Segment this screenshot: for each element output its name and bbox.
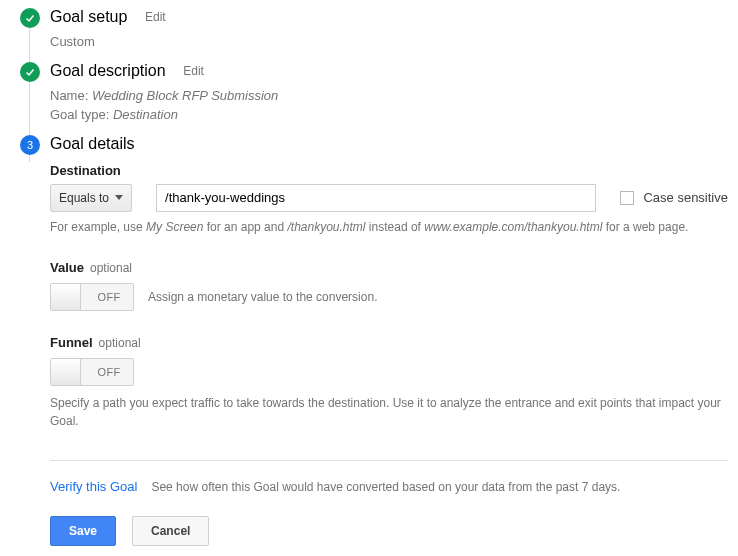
step-setup-sub: Custom	[50, 32, 728, 52]
funnel-toggle[interactable]: OFF	[50, 358, 134, 386]
step-number: 3	[27, 139, 33, 151]
chevron-down-icon	[115, 195, 123, 200]
edit-goal-setup[interactable]: Edit	[145, 10, 166, 24]
case-sensitive-checkbox[interactable]	[620, 191, 634, 205]
type-label: Goal type:	[50, 107, 109, 122]
value-toggle-state: OFF	[85, 284, 133, 310]
save-button[interactable]: Save	[50, 516, 116, 546]
step-setup-title: Goal setup	[50, 8, 127, 26]
value-desc: Assign a monetary value to the conversio…	[148, 290, 377, 304]
step-goal-details: 3 Goal details	[10, 135, 728, 153]
step-number-badge: 3	[20, 135, 40, 155]
step-goal-setup: Goal setup Edit Custom	[10, 8, 728, 52]
match-type-dropdown[interactable]: Equals to	[50, 184, 132, 212]
case-sensitive-wrap: Case sensitive	[620, 190, 728, 206]
name-value: Wedding Block RFP Submission	[92, 88, 278, 103]
value-label: Valueoptional	[50, 260, 728, 275]
toggle-knob	[51, 284, 81, 310]
case-sensitive-label: Case sensitive	[643, 190, 728, 205]
destination-label: Destination	[50, 163, 728, 178]
funnel-label: Funneloptional	[50, 335, 728, 350]
check-icon	[20, 62, 40, 82]
verify-desc: See how often this Goal would have conve…	[151, 480, 620, 494]
step-goal-description: Goal description Edit Name: Wedding Bloc…	[10, 62, 728, 125]
verify-goal-link[interactable]: Verify this Goal	[50, 479, 137, 494]
value-toggle[interactable]: OFF	[50, 283, 134, 311]
name-label: Name:	[50, 88, 88, 103]
match-type-value: Equals to	[59, 191, 109, 205]
step-details-title: Goal details	[50, 135, 135, 153]
toggle-knob	[51, 359, 81, 385]
destination-hint: For example, use My Screen for an app an…	[50, 218, 728, 236]
funnel-desc: Specify a path you expect traffic to tak…	[50, 394, 728, 430]
type-value: Destination	[113, 107, 178, 122]
destination-input[interactable]	[156, 184, 596, 212]
edit-goal-description[interactable]: Edit	[183, 64, 204, 78]
cancel-button[interactable]: Cancel	[132, 516, 209, 546]
funnel-toggle-state: OFF	[85, 359, 133, 385]
check-icon	[20, 8, 40, 28]
step-desc-sub: Name: Wedding Block RFP Submission Goal …	[50, 86, 728, 125]
step-desc-title: Goal description	[50, 62, 166, 80]
